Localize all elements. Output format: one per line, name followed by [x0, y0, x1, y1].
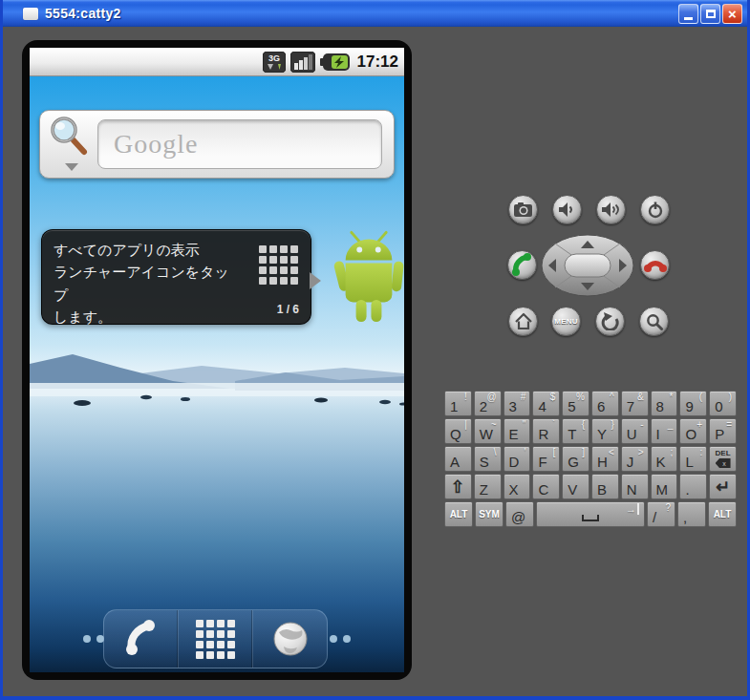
camera-icon [514, 202, 532, 217]
key-F[interactable]: F[ [532, 446, 560, 472]
google-search-widget[interactable]: Google [39, 110, 395, 179]
key-alt-right[interactable]: ALT [708, 501, 737, 527]
chevron-down-icon[interactable] [65, 163, 78, 171]
key-8[interactable]: 8* [651, 391, 678, 416]
key-alt-left[interactable]: ALT [444, 501, 473, 527]
menu-button[interactable]: MENU [551, 307, 581, 336]
dpad-center-button [565, 254, 611, 277]
key-T[interactable]: T{ [562, 418, 589, 444]
dpad[interactable] [540, 233, 635, 298]
power-icon [647, 202, 664, 219]
key-A[interactable]: A [444, 446, 472, 472]
page-indicator-dot [83, 635, 91, 643]
launcher-grid-icon [259, 245, 299, 285]
key-delete[interactable]: DELx [709, 446, 737, 472]
window-title: 5554:catty2 [45, 6, 121, 21]
key-P[interactable]: P= [709, 418, 737, 444]
key-shift[interactable]: ⇧ [444, 474, 472, 499]
key-0[interactable]: 0) [709, 391, 737, 416]
key-S[interactable]: S\ [474, 446, 502, 472]
key-W[interactable]: W~ [474, 418, 502, 444]
end-call-icon [643, 257, 668, 274]
signal-bars-icon [290, 52, 315, 73]
launcher-grid-icon [196, 620, 235, 659]
enter-icon: ↵ [710, 475, 736, 498]
key-4[interactable]: 4$ [532, 391, 560, 416]
key-9[interactable]: 9( [679, 391, 707, 416]
key-Y[interactable]: Y} [591, 418, 619, 444]
back-icon [601, 312, 620, 330]
browser-globe-icon [270, 619, 311, 659]
status-time: 17:12 [357, 53, 398, 72]
phone-bezel: 3G 17:12 [22, 40, 412, 680]
minimize-button[interactable] [678, 4, 698, 24]
key-enter[interactable]: ↵ [709, 474, 737, 499]
key-X[interactable]: X [504, 474, 531, 499]
key-C[interactable]: C [532, 474, 560, 499]
dock-phone-button[interactable] [104, 610, 178, 668]
volume-down-button[interactable] [552, 195, 582, 224]
tooltip-line-2: ランチャーアイコンをタップ [54, 261, 244, 306]
key-G[interactable]: G] [562, 446, 589, 472]
key-J[interactable]: J> [621, 446, 649, 472]
key-2[interactable]: 2@ [474, 391, 502, 416]
home-button[interactable] [508, 307, 538, 336]
lake-scenery [30, 349, 404, 406]
maximize-button[interactable] [700, 4, 720, 24]
key-sym[interactable]: SYM [475, 501, 504, 527]
power-button[interactable] [640, 195, 670, 224]
key-5[interactable]: 5% [562, 391, 589, 416]
key-6[interactable]: 6^ [591, 391, 619, 416]
tooltip-arrow [310, 272, 321, 289]
close-icon: × [728, 7, 737, 21]
key-1[interactable]: 1! [444, 391, 472, 416]
volume-up-icon [602, 202, 621, 217]
key-B[interactable]: B [591, 474, 619, 499]
key-7[interactable]: 7& [621, 391, 649, 416]
volume-up-button[interactable] [596, 195, 626, 224]
dock-launcher-button[interactable] [178, 610, 252, 668]
key-I[interactable]: I_ [651, 418, 678, 444]
tooltip-step-counter: 1 / 6 [277, 301, 299, 319]
key-L[interactable]: L: [679, 446, 707, 472]
dock-tray [103, 609, 328, 668]
key-R[interactable]: R` [532, 418, 560, 444]
key-Q[interactable]: Q| [444, 418, 472, 444]
back-button[interactable] [595, 307, 625, 336]
key-O[interactable]: O+ [679, 418, 707, 444]
search-magnifier-icon[interactable] [48, 116, 92, 163]
key-D[interactable]: D' [504, 446, 531, 472]
key-3[interactable]: 3# [504, 391, 531, 416]
home-icon [514, 312, 533, 330]
camera-button[interactable] [508, 195, 538, 224]
key-K[interactable]: K; [651, 446, 678, 472]
key-N[interactable]: N [621, 474, 649, 499]
call-icon [510, 253, 535, 278]
key-Z[interactable]: Z [474, 474, 502, 499]
key-,[interactable]: , [677, 501, 706, 527]
title-bar[interactable]: 5554:catty2 × [0, 0, 750, 27]
key-/[interactable]: /? [647, 501, 675, 527]
key-@[interactable]: @ [505, 501, 534, 527]
key-.[interactable]: . [679, 474, 707, 499]
keyboard: 1!2@3#4$5%6^7&8*9(0)Q|W~E"R`T{Y}U-I_O+P=… [443, 390, 738, 528]
call-button[interactable] [507, 250, 537, 280]
key-U[interactable]: U- [621, 418, 649, 444]
tab-icon: → [626, 503, 639, 515]
search-input[interactable]: Google [97, 119, 382, 169]
key-V[interactable]: V [562, 474, 589, 499]
volume-down-icon [559, 202, 575, 217]
minimize-icon [684, 17, 693, 20]
tutorial-tooltip: すべてのアプリの表示 ランチャーアイコンをタップ します。 1 / 6 [41, 229, 311, 325]
svg-text:3G: 3G [268, 53, 280, 63]
close-button[interactable]: × [722, 4, 742, 24]
key-H[interactable]: H< [591, 446, 619, 472]
key-M[interactable]: M [651, 474, 678, 499]
key-space[interactable]: → [536, 501, 645, 527]
end-call-button[interactable] [640, 250, 670, 280]
search-button[interactable] [639, 307, 669, 336]
key-E[interactable]: E" [504, 418, 531, 444]
phone-screen[interactable]: 3G 17:12 [30, 48, 404, 672]
dock-browser-button[interactable] [252, 610, 327, 668]
menu-label: MENU [554, 317, 577, 326]
